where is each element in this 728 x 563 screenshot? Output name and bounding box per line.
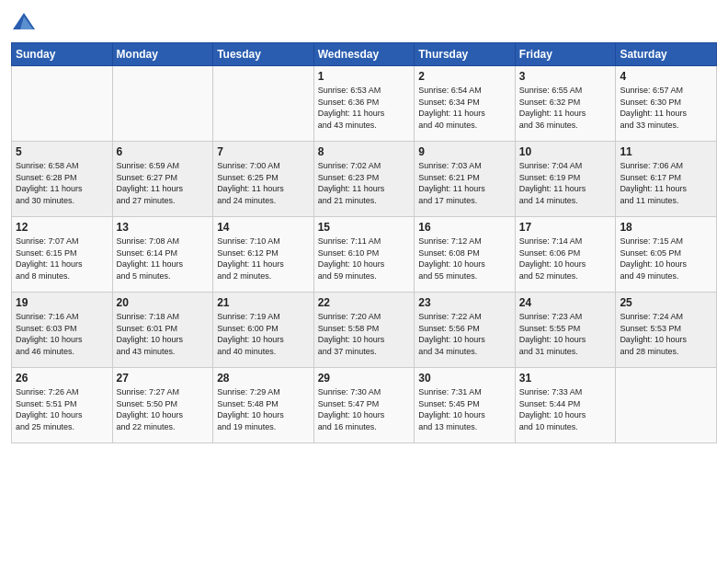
calendar-cell: 29Sunrise: 7:30 AM Sunset: 5:47 PM Dayli…: [313, 368, 415, 443]
calendar-cell: 7Sunrise: 7:00 AM Sunset: 6:25 PM Daylig…: [213, 142, 314, 217]
day-number: 17: [519, 221, 612, 234]
calendar-cell: 5Sunrise: 6:58 AM Sunset: 6:28 PM Daylig…: [12, 142, 113, 217]
weekday-header-sunday: Sunday: [12, 43, 113, 66]
day-number: 18: [620, 221, 712, 234]
calendar-cell: 22Sunrise: 7:20 AM Sunset: 5:58 PM Dayli…: [313, 293, 415, 368]
page-container: SundayMondayTuesdayWednesdayThursdayFrid…: [0, 0, 728, 451]
day-info: Sunrise: 7:11 AM Sunset: 6:10 PM Dayligh…: [318, 236, 411, 282]
day-info: Sunrise: 7:12 AM Sunset: 6:08 PM Dayligh…: [418, 236, 511, 282]
day-number: 2: [418, 70, 511, 83]
calendar-cell: 2Sunrise: 6:54 AM Sunset: 6:34 PM Daylig…: [415, 66, 516, 142]
calendar-cell: 12Sunrise: 7:07 AM Sunset: 6:15 PM Dayli…: [12, 217, 113, 293]
calendar-cell: 21Sunrise: 7:19 AM Sunset: 6:00 PM Dayli…: [213, 293, 314, 368]
day-info: Sunrise: 7:04 AM Sunset: 6:19 PM Dayligh…: [519, 160, 612, 206]
weekday-header-friday: Friday: [515, 43, 616, 66]
day-info: Sunrise: 6:57 AM Sunset: 6:30 PM Dayligh…: [620, 85, 712, 131]
day-number: 14: [217, 221, 310, 234]
calendar-cell: 17Sunrise: 7:14 AM Sunset: 6:06 PM Dayli…: [515, 217, 616, 293]
calendar-table: SundayMondayTuesdayWednesdayThursdayFrid…: [11, 42, 717, 443]
day-number: 10: [519, 145, 612, 158]
day-number: 21: [217, 296, 310, 309]
calendar-cell: 9Sunrise: 7:03 AM Sunset: 6:21 PM Daylig…: [415, 142, 516, 217]
day-info: Sunrise: 7:16 AM Sunset: 6:03 PM Dayligh…: [16, 311, 108, 357]
page-header: [11, 9, 717, 35]
calendar-cell: 10Sunrise: 7:04 AM Sunset: 6:19 PM Dayli…: [515, 142, 616, 217]
day-number: 9: [418, 145, 511, 158]
logo: [11, 9, 40, 35]
day-number: 15: [318, 221, 411, 234]
day-info: Sunrise: 7:22 AM Sunset: 5:56 PM Dayligh…: [418, 311, 511, 357]
day-info: Sunrise: 7:19 AM Sunset: 6:00 PM Dayligh…: [217, 311, 310, 357]
calendar-cell: 23Sunrise: 7:22 AM Sunset: 5:56 PM Dayli…: [415, 293, 516, 368]
day-info: Sunrise: 7:31 AM Sunset: 5:45 PM Dayligh…: [418, 386, 511, 432]
day-number: 30: [418, 372, 511, 385]
calendar-cell: 25Sunrise: 7:24 AM Sunset: 5:53 PM Dayli…: [616, 293, 717, 368]
day-info: Sunrise: 7:15 AM Sunset: 6:05 PM Dayligh…: [620, 236, 712, 282]
day-number: 29: [318, 372, 411, 385]
calendar-cell: 8Sunrise: 7:02 AM Sunset: 6:23 PM Daylig…: [313, 142, 415, 217]
week-row-3: 12Sunrise: 7:07 AM Sunset: 6:15 PM Dayli…: [12, 217, 717, 293]
day-number: 4: [620, 70, 712, 83]
day-info: Sunrise: 7:24 AM Sunset: 5:53 PM Dayligh…: [620, 311, 712, 357]
day-info: Sunrise: 7:26 AM Sunset: 5:51 PM Dayligh…: [16, 386, 108, 432]
week-row-4: 19Sunrise: 7:16 AM Sunset: 6:03 PM Dayli…: [12, 293, 717, 368]
calendar-cell: 31Sunrise: 7:33 AM Sunset: 5:44 PM Dayli…: [515, 368, 616, 443]
day-number: 25: [620, 296, 712, 309]
calendar-cell: 6Sunrise: 6:59 AM Sunset: 6:27 PM Daylig…: [112, 142, 213, 217]
calendar-cell: 28Sunrise: 7:29 AM Sunset: 5:48 PM Dayli…: [213, 368, 314, 443]
day-info: Sunrise: 7:08 AM Sunset: 6:14 PM Dayligh…: [117, 236, 210, 282]
day-info: Sunrise: 7:23 AM Sunset: 5:55 PM Dayligh…: [519, 311, 612, 357]
calendar-cell: 13Sunrise: 7:08 AM Sunset: 6:14 PM Dayli…: [112, 217, 213, 293]
day-number: 31: [519, 372, 612, 385]
day-info: Sunrise: 6:54 AM Sunset: 6:34 PM Dayligh…: [418, 85, 511, 131]
calendar-cell: 27Sunrise: 7:27 AM Sunset: 5:50 PM Dayli…: [112, 368, 213, 443]
calendar-cell: [112, 66, 213, 142]
day-info: Sunrise: 7:06 AM Sunset: 6:17 PM Dayligh…: [620, 160, 712, 206]
calendar-cell: 15Sunrise: 7:11 AM Sunset: 6:10 PM Dayli…: [313, 217, 415, 293]
day-info: Sunrise: 6:53 AM Sunset: 6:36 PM Dayligh…: [318, 85, 411, 131]
calendar-cell: 1Sunrise: 6:53 AM Sunset: 6:36 PM Daylig…: [313, 66, 415, 142]
calendar-cell: [213, 66, 314, 142]
weekday-header-monday: Monday: [112, 43, 213, 66]
day-number: 22: [318, 296, 411, 309]
day-number: 8: [318, 145, 411, 158]
day-info: Sunrise: 7:29 AM Sunset: 5:48 PM Dayligh…: [217, 386, 310, 432]
day-number: 23: [418, 296, 511, 309]
calendar-cell: 24Sunrise: 7:23 AM Sunset: 5:55 PM Dayli…: [515, 293, 616, 368]
day-number: 16: [418, 221, 511, 234]
day-number: 26: [16, 372, 108, 385]
calendar-cell: [616, 368, 717, 443]
day-info: Sunrise: 6:59 AM Sunset: 6:27 PM Dayligh…: [117, 160, 210, 206]
weekday-header-tuesday: Tuesday: [213, 43, 314, 66]
day-number: 12: [16, 221, 108, 234]
day-number: 3: [519, 70, 612, 83]
day-info: Sunrise: 6:58 AM Sunset: 6:28 PM Dayligh…: [16, 160, 108, 206]
calendar-cell: 26Sunrise: 7:26 AM Sunset: 5:51 PM Dayli…: [12, 368, 113, 443]
day-info: Sunrise: 7:18 AM Sunset: 6:01 PM Dayligh…: [117, 311, 210, 357]
calendar-cell: 11Sunrise: 7:06 AM Sunset: 6:17 PM Dayli…: [616, 142, 717, 217]
day-info: Sunrise: 6:55 AM Sunset: 6:32 PM Dayligh…: [519, 85, 612, 131]
weekday-header-row: SundayMondayTuesdayWednesdayThursdayFrid…: [12, 43, 717, 66]
weekday-header-thursday: Thursday: [415, 43, 516, 66]
calendar-cell: 18Sunrise: 7:15 AM Sunset: 6:05 PM Dayli…: [616, 217, 717, 293]
calendar-cell: 30Sunrise: 7:31 AM Sunset: 5:45 PM Dayli…: [415, 368, 516, 443]
day-number: 19: [16, 296, 108, 309]
week-row-5: 26Sunrise: 7:26 AM Sunset: 5:51 PM Dayli…: [12, 368, 717, 443]
day-info: Sunrise: 7:33 AM Sunset: 5:44 PM Dayligh…: [519, 386, 612, 432]
day-number: 11: [620, 145, 712, 158]
day-number: 1: [318, 70, 411, 83]
day-info: Sunrise: 7:10 AM Sunset: 6:12 PM Dayligh…: [217, 236, 310, 282]
week-row-1: 1Sunrise: 6:53 AM Sunset: 6:36 PM Daylig…: [12, 66, 717, 142]
day-info: Sunrise: 7:20 AM Sunset: 5:58 PM Dayligh…: [318, 311, 411, 357]
day-info: Sunrise: 7:30 AM Sunset: 5:47 PM Dayligh…: [318, 386, 411, 432]
day-number: 27: [117, 372, 210, 385]
week-row-2: 5Sunrise: 6:58 AM Sunset: 6:28 PM Daylig…: [12, 142, 717, 217]
calendar-cell: 19Sunrise: 7:16 AM Sunset: 6:03 PM Dayli…: [12, 293, 113, 368]
day-number: 5: [16, 145, 108, 158]
calendar-cell: [12, 66, 113, 142]
day-number: 20: [117, 296, 210, 309]
day-number: 28: [217, 372, 310, 385]
weekday-header-wednesday: Wednesday: [313, 43, 415, 66]
calendar-cell: 16Sunrise: 7:12 AM Sunset: 6:08 PM Dayli…: [415, 217, 516, 293]
calendar-cell: 3Sunrise: 6:55 AM Sunset: 6:32 PM Daylig…: [515, 66, 616, 142]
